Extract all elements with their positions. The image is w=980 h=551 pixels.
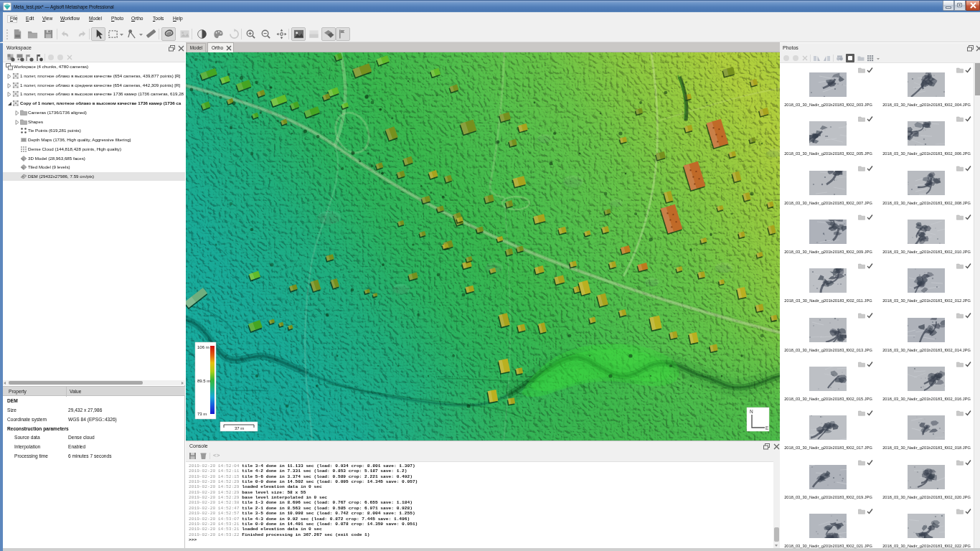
- svg-text:E: E: [765, 425, 769, 430]
- svg-text:37 m: 37 m: [235, 426, 244, 430]
- svg-text:89.5 m: 89.5 m: [197, 379, 210, 383]
- svg-text:73 m: 73 m: [197, 412, 207, 416]
- svg-text:106 m: 106 m: [197, 345, 209, 349]
- svg-text:N: N: [750, 409, 753, 414]
